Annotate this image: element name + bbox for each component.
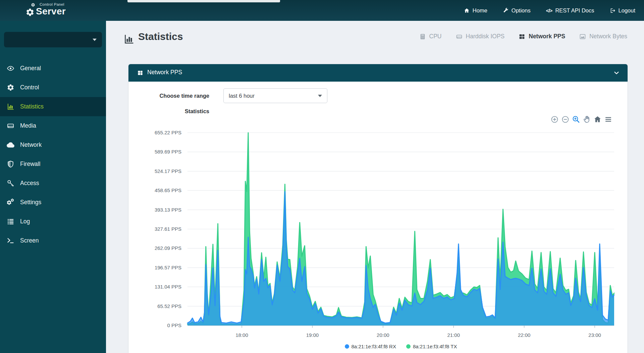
sidebar-item-label: Network bbox=[20, 141, 42, 148]
x-axis-label: 21:00 bbox=[438, 332, 469, 338]
y-axis-label: 196.57 PPS bbox=[128, 265, 181, 270]
area-chart-icon bbox=[579, 33, 586, 40]
gear-small-icon bbox=[31, 3, 35, 7]
shield-icon bbox=[7, 160, 14, 168]
y-axis-label: 393.13 PPS bbox=[128, 207, 181, 213]
sidebar-item-label: Statistics bbox=[20, 103, 44, 110]
nav-item-label: Home bbox=[473, 7, 487, 14]
x-axis bbox=[187, 325, 614, 328]
sidebar-menu: GeneralControlStatisticsMediaNetworkFire… bbox=[0, 59, 106, 250]
bar-chart-icon bbox=[7, 103, 14, 111]
list-icon bbox=[7, 218, 14, 225]
legend-dot bbox=[406, 344, 411, 349]
chart-legend: 8a:21:1e:f3:4f:f8 RX8a:21:1e:f3:4f:f8 TX bbox=[187, 344, 614, 349]
sidebar-item-statistics[interactable]: Statistics bbox=[0, 97, 106, 116]
sidebar-item-label: Access bbox=[20, 180, 39, 187]
nav-item-label: Options bbox=[512, 7, 531, 14]
y-axis-label: 655.22 PPS bbox=[128, 130, 181, 135]
sidebar-item-log[interactable]: Log bbox=[0, 212, 106, 231]
sidebar-item-label: Control bbox=[20, 84, 39, 91]
y-axis-label: 131.04 PPS bbox=[128, 284, 181, 290]
browser-artifact-strip bbox=[127, 0, 280, 2]
legend-item-rx[interactable]: 8a:21:1e:f3:4f:f8 RX bbox=[345, 344, 396, 349]
topbar: Control Panel Server HomeOptions</>REST … bbox=[0, 0, 644, 21]
x-axis-label: 19:00 bbox=[297, 332, 327, 338]
x-axis-label: 22:00 bbox=[509, 332, 539, 338]
brand-logo: Control Panel Server bbox=[25, 1, 99, 19]
key-icon bbox=[7, 179, 14, 187]
nav-item-home[interactable]: Home bbox=[464, 7, 487, 14]
pps-area-chart[interactable] bbox=[128, 64, 628, 353]
terminal-icon bbox=[7, 237, 14, 245]
gear-logo-icon bbox=[25, 8, 35, 17]
y-axis-label: 327.61 PPS bbox=[128, 226, 181, 232]
tab-label: Network Bytes bbox=[589, 33, 627, 40]
gear-icon bbox=[7, 84, 14, 91]
sidebar-item-firewall[interactable]: Firewall bbox=[0, 155, 106, 174]
logout-icon bbox=[610, 8, 615, 13]
x-axis-label: 20:00 bbox=[368, 332, 398, 338]
sidebar-item-network[interactable]: Network bbox=[0, 135, 106, 155]
nav-item-rest-api-docs[interactable]: </>REST API Docs bbox=[546, 7, 594, 14]
home-icon bbox=[464, 8, 470, 13]
grid-icon bbox=[519, 33, 525, 40]
nav-item-logout[interactable]: Logout bbox=[610, 7, 635, 14]
caret-down-icon bbox=[93, 39, 97, 41]
page-title: Statistics bbox=[138, 31, 183, 42]
calculator-icon bbox=[419, 33, 426, 40]
sidebar-item-label: General bbox=[20, 65, 41, 72]
legend-label: 8a:21:1e:f3:4f:f8 RX bbox=[352, 344, 396, 349]
y-axis-label: 65.52 PPS bbox=[128, 303, 181, 309]
y-axis-label: 458.65 PPS bbox=[128, 187, 181, 193]
statistics-title-icon bbox=[123, 34, 135, 45]
cloud-icon bbox=[7, 141, 14, 149]
tab-label: Network PPS bbox=[529, 33, 565, 40]
sidebar-item-general[interactable]: General bbox=[0, 59, 106, 78]
sidebar-item-label: Media bbox=[20, 122, 36, 129]
sidebar-item-label: Settings bbox=[20, 199, 41, 206]
sidebar-item-control[interactable]: Control bbox=[0, 78, 106, 97]
y-axis-label: 589.69 PPS bbox=[128, 149, 181, 155]
x-axis-label: 23:00 bbox=[580, 332, 610, 338]
tab-harddisk-iops[interactable]: Harddisk IOPS bbox=[456, 33, 505, 40]
nav-item-label: Logout bbox=[619, 7, 635, 14]
wrench-icon bbox=[503, 8, 508, 13]
server-select[interactable] bbox=[4, 32, 102, 47]
sidebar-item-access[interactable]: Access bbox=[0, 174, 106, 193]
sidebar-item-settings[interactable]: Settings bbox=[0, 193, 106, 212]
gears-icon bbox=[7, 198, 14, 206]
y-axis-label: 0 PPS bbox=[128, 322, 181, 328]
sidebar-item-label: Firewall bbox=[20, 161, 40, 168]
sidebar-item-label: Log bbox=[20, 218, 30, 225]
nav-item-options[interactable]: Options bbox=[503, 7, 531, 14]
harddisk-icon bbox=[7, 122, 14, 130]
sidebar-item-screen[interactable]: Screen bbox=[0, 231, 106, 250]
tab-cpu[interactable]: CPU bbox=[419, 33, 442, 40]
legend-item-tx[interactable]: 8a:21:1e:f3:4f:f8 TX bbox=[406, 344, 457, 349]
tab-network-pps[interactable]: Network PPS bbox=[519, 33, 565, 40]
legend-label: 8a:21:1e:f3:4f:f8 TX bbox=[413, 344, 457, 349]
tab-label: Harddisk IOPS bbox=[466, 33, 505, 40]
nav-item-label: REST API Docs bbox=[555, 7, 594, 14]
y-axis-label: 262.09 PPS bbox=[128, 245, 181, 251]
eye-icon bbox=[7, 64, 14, 72]
tab-network-bytes[interactable]: Network Bytes bbox=[579, 33, 627, 40]
network-pps-panel: Network PPS Choose time range last 6 hou… bbox=[128, 64, 628, 353]
legend-dot bbox=[345, 344, 349, 349]
statistics-tabs: CPUHarddisk IOPSNetwork PPSNetwork Bytes bbox=[419, 33, 627, 40]
sidebar: GeneralControlStatisticsMediaNetworkFire… bbox=[0, 21, 106, 353]
top-nav: HomeOptions</>REST API DocsLogout bbox=[464, 0, 635, 21]
brand-title: Server bbox=[36, 6, 66, 17]
sidebar-item-media[interactable]: Media bbox=[0, 116, 106, 135]
x-axis-label: 18:00 bbox=[227, 332, 257, 338]
y-axis-label: 524.17 PPS bbox=[128, 168, 181, 174]
code-icon: </> bbox=[546, 8, 552, 13]
tab-label: CPU bbox=[429, 33, 442, 40]
harddisk-icon bbox=[456, 33, 463, 40]
sidebar-item-label: Screen bbox=[20, 237, 39, 244]
